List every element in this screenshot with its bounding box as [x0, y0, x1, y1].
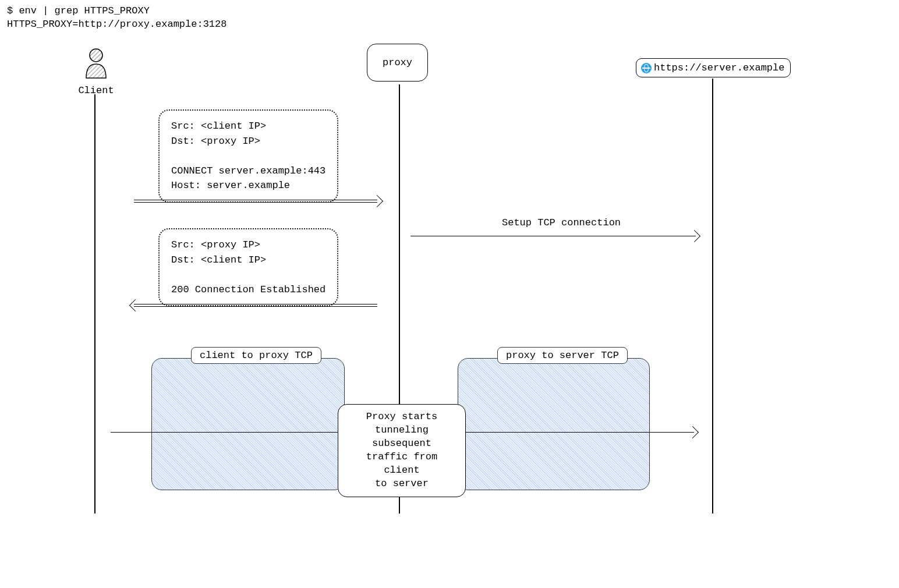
box-proxy-server-tcp — [458, 358, 650, 490]
sequence-diagram: $ env | grep HTTPS_PROXY HTTPS_PROXY=htt… — [0, 0, 899, 588]
arrowhead-tunnel-right — [686, 426, 699, 438]
message-connect-response: Src: <proxy IP> Dst: <client IP> 200 Con… — [158, 228, 338, 306]
note-tunnel: Proxy starts tunneling subsequent traffi… — [338, 404, 466, 497]
actor-client-label: Client — [76, 85, 116, 96]
actor-client: Client — [76, 48, 116, 96]
arrowhead-setup-tcp — [688, 230, 700, 242]
arrowhead-connect-response — [129, 299, 141, 311]
terminal-result: HTTPS_PROXY=http://proxy.example:3128 — [7, 19, 226, 30]
arrow-connect-request — [134, 200, 377, 203]
message-connect-request: Src: <client IP> Dst: <proxy IP> CONNECT… — [158, 109, 338, 203]
arrow-connect-response — [134, 304, 377, 307]
node-server: https://server.example — [636, 58, 791, 77]
svg-point-1 — [90, 49, 102, 62]
arrow-setup-tcp — [410, 236, 696, 236]
box-client-proxy-tcp — [151, 358, 345, 490]
person-icon — [82, 48, 111, 80]
label-client-proxy-tcp: client to proxy TCP — [191, 347, 321, 364]
terminal-output: $ env | grep HTTPS_PROXY HTTPS_PROXY=htt… — [7, 5, 226, 31]
note-tunnel-text: Proxy starts tunneling subsequent traffi… — [346, 410, 457, 491]
node-server-url: https://server.example — [654, 62, 784, 73]
node-proxy-label: proxy — [383, 57, 412, 68]
label-setup-tcp: Setup TCP connection — [500, 217, 623, 228]
lifeline-server — [712, 79, 713, 513]
lifeline-client — [94, 94, 95, 513]
node-proxy: proxy — [367, 44, 428, 82]
globe-icon — [641, 63, 652, 73]
arrowhead-connect-request — [371, 195, 383, 207]
terminal-command: $ env | grep HTTPS_PROXY — [7, 5, 150, 16]
label-proxy-server-tcp: proxy to server TCP — [497, 347, 628, 364]
